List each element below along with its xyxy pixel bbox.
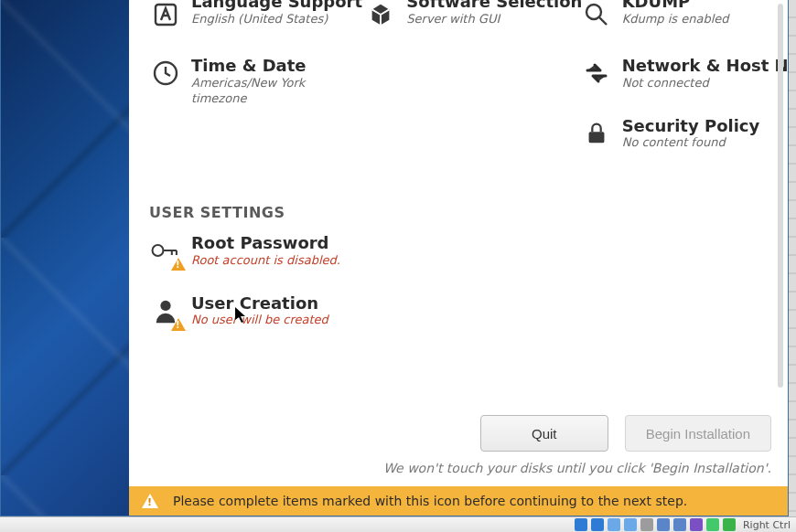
spoke-software-selection[interactable]: Software Selection Server with GUI [364, 0, 561, 31]
spoke-subtitle: Root account is disabled. [191, 253, 340, 269]
spoke-subtitle: Kdump is enabled [622, 12, 729, 27]
spoke-network[interactable]: Network & Host N Not connected [580, 57, 777, 91]
svg-rect-3 [588, 132, 604, 143]
spoke-user-creation[interactable]: User Creation No user will be created [149, 294, 777, 329]
warning-badge-icon [171, 258, 186, 271]
vbox-indicator-mouse-icon[interactable] [723, 518, 736, 531]
user-icon [149, 294, 182, 327]
spoke-title: Root Password [191, 234, 340, 253]
quit-button[interactable]: Quit [480, 415, 608, 452]
warning-text: Please complete items marked with this i… [173, 494, 687, 508]
spoke-title: KDUMP [622, 0, 729, 12]
vbox-indicator-shared-icon[interactable] [657, 518, 670, 531]
spoke-kdump[interactable]: KDUMP Kdump is enabled [580, 0, 777, 31]
sidebar-hero [1, 0, 129, 516]
installation-summary-pane: Language Support English (United States)… [129, 0, 788, 516]
spoke-subtitle: No user will be created [191, 313, 328, 328]
vbox-indicator-usb-icon[interactable] [640, 518, 653, 531]
spoke-subtitle: English (United States) [191, 12, 362, 27]
vbox-indicator-display-icon[interactable] [673, 518, 686, 531]
scrollbar[interactable] [778, 4, 783, 388]
svg-point-5 [160, 300, 170, 310]
key-icon [149, 234, 182, 267]
disk-hint-text: We won't touch your disks until you clic… [383, 461, 771, 475]
background-window-sliver [789, 0, 796, 516]
vbox-host-key: Right Ctrl [743, 519, 791, 531]
spoke-time-date[interactable]: Time & Date Americas/New York timezone [149, 57, 346, 106]
language-icon [149, 0, 182, 31]
warning-bar: Please complete items marked with this i… [129, 486, 788, 516]
vbox-indicator-network-icon[interactable] [624, 518, 637, 531]
spoke-title: User Creation [191, 294, 328, 314]
spoke-title: Language Support [191, 0, 362, 12]
lock-icon [580, 117, 613, 150]
vbox-indicator-cpu-icon[interactable] [706, 518, 719, 531]
spoke-title: Security Policy [622, 117, 760, 136]
spoke-language-support[interactable]: Language Support English (United States) [149, 0, 346, 31]
begin-installation-button[interactable]: Begin Installation [625, 415, 771, 452]
spoke-subtitle: Americas/New York timezone [191, 76, 346, 107]
clock-icon [149, 57, 182, 90]
warning-badge-icon [171, 318, 186, 331]
spoke-title: Network & Host N [622, 57, 788, 76]
spoke-title: Software Selection [406, 0, 582, 12]
virtualbox-status-bar: Right Ctrl [0, 516, 796, 532]
spoke-subtitle: Not connected [622, 76, 788, 91]
vbox-indicator-recording-icon[interactable] [690, 518, 703, 531]
spoke-subtitle: Server with GUI [406, 12, 582, 27]
spoke-security-policy[interactable]: Security Policy No content found [580, 117, 777, 152]
vbox-indicator-optical-icon[interactable] [591, 518, 604, 531]
spoke-title: Time & Date [191, 57, 346, 76]
vbox-indicator-hdd-icon[interactable] [575, 518, 587, 531]
search-icon [580, 0, 613, 31]
package-icon [364, 0, 397, 31]
svg-point-2 [586, 5, 601, 19]
svg-point-4 [153, 245, 164, 256]
spoke-subtitle: No content found [622, 135, 760, 151]
vbox-indicator-audio-icon[interactable] [608, 518, 620, 531]
spoke-root-password[interactable]: Root Password Root account is disabled. [149, 234, 777, 269]
network-icon [580, 57, 613, 90]
section-header-user-settings: USER SETTINGS [149, 204, 777, 221]
warning-icon [142, 494, 158, 508]
